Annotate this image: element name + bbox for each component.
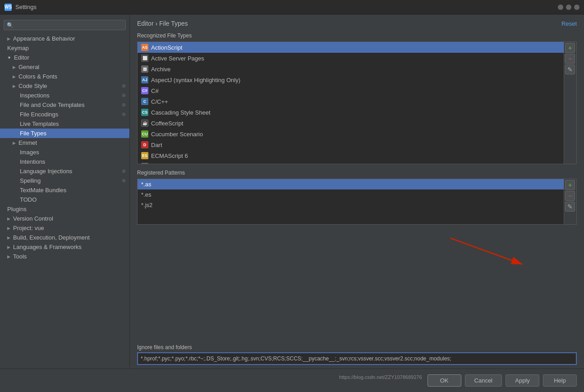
file-type-item[interactable]: ▤Archive <box>138 64 564 74</box>
file-type-item[interactable]: ESECMAScript 6 <box>138 150 564 161</box>
sidebar-item-build-execution[interactable]: ▶Build, Execution, Deployment <box>0 233 129 242</box>
nav-label-emmet: Emmet <box>18 139 37 146</box>
cancel-button[interactable]: Cancel <box>465 374 502 387</box>
sidebar-item-images[interactable]: Images <box>0 148 129 157</box>
nav-arrow-emmet: ▶ <box>13 141 16 145</box>
arrow-area <box>137 225 577 270</box>
sidebar-item-project-vue[interactable]: ▶Project: vue <box>0 223 129 233</box>
file-type-item[interactable]: CC/C++ <box>138 96 564 107</box>
file-type-icon: C# <box>141 87 148 94</box>
file-type-icon: D <box>141 141 148 148</box>
edit-pattern-button[interactable]: ✎ <box>565 202 575 212</box>
file-type-item[interactable]: DDart <box>138 139 564 150</box>
reset-button[interactable]: Reset <box>561 20 577 27</box>
edit-file-type-button[interactable]: ✎ <box>565 65 575 74</box>
file-type-label: CoffeeScript <box>151 120 183 127</box>
sidebar-item-appearance[interactable]: ▶Appearance & Behavior <box>0 34 129 43</box>
pattern-item[interactable]: *.js2 <box>138 200 564 210</box>
file-type-icon: C <box>141 98 148 105</box>
file-type-item[interactable]: ⬜Active Server Pages <box>138 53 564 64</box>
sidebar-item-language-injections[interactable]: Language Injections⊕ <box>0 166 129 176</box>
content-main: Recognized File Types ASActionScript⬜Act… <box>130 31 584 344</box>
titlebar-left: WS Settings <box>5 4 37 11</box>
file-types-list: ASActionScript⬜Active Server Pages▤Archi… <box>138 42 564 164</box>
sidebar-item-spelling[interactable]: Spelling⊕ <box>0 176 129 185</box>
sidebar-item-tools[interactable]: ▶Tools <box>0 252 129 261</box>
breadcrumb-part1: Editor <box>137 20 154 27</box>
sidebar-item-inspections[interactable]: Inspections⊕ <box>0 91 129 100</box>
breadcrumb: Editor › File Types <box>137 20 188 27</box>
add-pattern-button[interactable]: + <box>565 180 575 190</box>
nav-label-build-execution: Build, Execution, Deployment <box>13 234 90 241</box>
apply-button[interactable]: Apply <box>506 374 539 387</box>
maximize-btn[interactable] <box>566 5 571 10</box>
nav-label-spelling: Spelling <box>20 177 41 184</box>
annotation-arrow <box>414 229 550 274</box>
ok-button[interactable]: OK <box>428 374 461 387</box>
file-type-item[interactable]: EJEJS Combines Data And A Template To Pr… <box>138 161 564 164</box>
sidebar-item-intentions[interactable]: Intentions <box>0 157 129 166</box>
nav-arrow-project-vue: ▶ <box>7 226 10 231</box>
file-type-label: EJS Combines Data And A Template To Prod… <box>151 163 296 164</box>
file-types-actions: + − ✎ <box>564 42 577 164</box>
file-type-item[interactable]: CSCascading Style Sheet <box>138 107 564 118</box>
nav-arrow-languages-frameworks: ▶ <box>7 245 10 249</box>
file-type-label: Archive <box>151 66 170 73</box>
nav-label-appearance: Appearance & Behavior <box>13 35 75 42</box>
remove-file-type-button[interactable]: − <box>565 54 575 64</box>
remove-pattern-button[interactable]: − <box>565 191 575 201</box>
patterns-section: Registered Patterns *.as*.es*.js2 + − ✎ <box>137 170 577 225</box>
sidebar-item-file-types[interactable]: File Types <box>0 129 129 138</box>
sidebar-item-version-control[interactable]: ▶Version Control <box>0 214 129 223</box>
sidebar-item-file-encodings[interactable]: File Encodings⊕ <box>0 110 129 119</box>
close-btn[interactable] <box>574 5 579 10</box>
nav-label-keymap: Keymap <box>7 45 29 51</box>
patterns-actions: + − ✎ <box>564 179 577 225</box>
sidebar-item-languages-frameworks[interactable]: ▶Languages & Frameworks <box>0 242 129 252</box>
help-button[interactable]: Help <box>543 374 577 387</box>
sidebar-item-textmate-bundles[interactable]: TextMate Bundles <box>0 185 129 195</box>
nav-label-version-control: Version Control <box>13 215 53 222</box>
nav-arrow-tools: ▶ <box>7 254 10 259</box>
sidebar-item-general[interactable]: ▶General <box>0 62 129 72</box>
copy-icon-spelling: ⊕ <box>122 178 126 184</box>
file-type-label: Cucumber Scenario <box>151 131 203 138</box>
url-watermark: https://blog.csdn.net/ZZY1078689276 <box>337 374 423 381</box>
nav-arrow-code-style: ▶ <box>13 84 16 88</box>
file-type-item[interactable]: CUCucumber Scenario <box>138 129 564 139</box>
sidebar-item-todo[interactable]: TODO <box>0 195 129 204</box>
file-type-item[interactable]: C#C# <box>138 85 564 96</box>
ignore-label: Ignore files and folders <box>137 344 577 350</box>
sidebar-item-colors-fonts[interactable]: ▶Colors & Fonts <box>0 72 129 81</box>
copy-icon-language-injections: ⊕ <box>122 168 126 174</box>
sidebar: 🔍 ▶Appearance & BehaviorKeymap▼Editor▶Ge… <box>0 14 130 369</box>
pattern-item[interactable]: *.es <box>138 189 564 200</box>
sidebar-item-keymap[interactable]: Keymap <box>0 43 129 53</box>
nav-label-file-types: File Types <box>20 130 46 137</box>
nav-label-file-encodings: File Encodings <box>20 111 58 118</box>
recognized-label: Recognized File Types <box>137 32 577 39</box>
nav-label-language-injections: Language Injections <box>20 168 72 175</box>
add-file-type-button[interactable]: + <box>565 43 575 53</box>
dialog-footer: https://blog.csdn.net/ZZY1078689276 OK C… <box>0 369 584 392</box>
sidebar-item-plugins[interactable]: Plugins <box>0 204 129 214</box>
sidebar-item-code-style[interactable]: ▶Code Style⊕ <box>0 81 129 91</box>
pattern-label: *.js2 <box>141 202 152 208</box>
pattern-label: *.es <box>141 191 151 198</box>
sidebar-item-editor[interactable]: ▼Editor <box>0 53 129 62</box>
patterns-container: *.as*.es*.js2 <box>137 179 564 225</box>
content-area: Editor › File Types Reset Recognized Fil… <box>130 14 584 369</box>
file-type-item[interactable]: ☕CoffeeScript <box>138 118 564 129</box>
nav-label-live-templates: Live Templates <box>20 120 59 127</box>
sidebar-item-emmet[interactable]: ▶Emmet <box>0 138 129 148</box>
sidebar-item-live-templates[interactable]: Live Templates <box>0 119 129 129</box>
copy-icon-inspections: ⊕ <box>122 92 126 98</box>
minimize-btn[interactable] <box>558 5 563 10</box>
search-box[interactable]: 🔍 <box>4 20 126 30</box>
file-type-item[interactable]: AJAspectJ (syntax Highlighting Only) <box>138 74 564 85</box>
search-input[interactable] <box>15 22 123 28</box>
ignore-input[interactable] <box>137 352 577 365</box>
pattern-item[interactable]: *.as <box>138 179 564 189</box>
file-type-item[interactable]: ASActionScript <box>138 42 564 53</box>
sidebar-item-file-code-templates[interactable]: File and Code Templates⊕ <box>0 100 129 110</box>
